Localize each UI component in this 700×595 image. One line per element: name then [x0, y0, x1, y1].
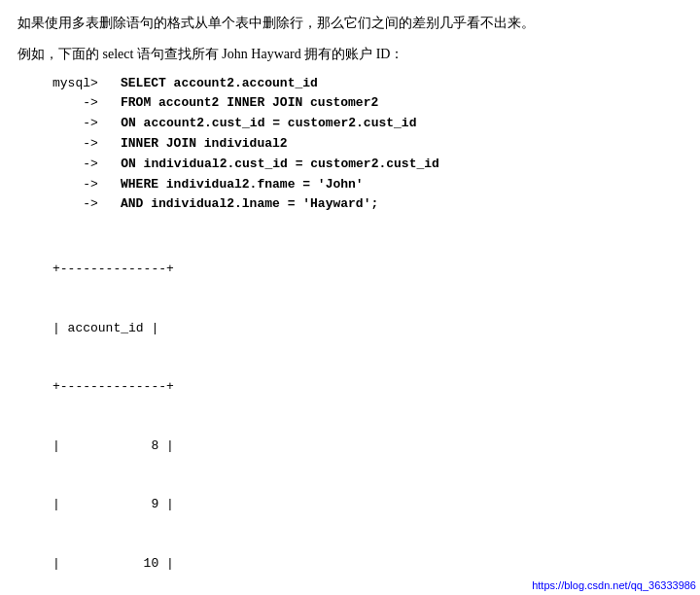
- select-line1: SELECT account2.account_id: [121, 74, 318, 94]
- select-line2-row: -> FROM account2 INNER JOIN customer2: [52, 93, 682, 114]
- select-prompt: mysql>: [52, 74, 121, 94]
- table-border-mid: +--------------+: [52, 377, 682, 397]
- select-line3: ON account2.cust_id = customer2.cust_id: [121, 114, 416, 134]
- select-arrow7: ->: [52, 194, 121, 215]
- watermark-link[interactable]: https://blog.csdn.net/qq_36333986: [532, 579, 696, 591]
- select-line6-row: -> WHERE individual2.fname = 'John': [52, 175, 682, 195]
- select-arrow3: ->: [52, 114, 121, 134]
- select-arrow6: ->: [52, 175, 121, 195]
- select-line4: INNER JOIN individual2: [121, 134, 288, 155]
- select-line6: WHERE individual2.fname = 'John': [121, 175, 364, 195]
- select-line-prompt: mysql> SELECT account2.account_id: [52, 74, 682, 94]
- select-arrow2: ->: [52, 93, 121, 114]
- select-line7: AND individual2.lname = 'Hayward';: [121, 194, 378, 215]
- select-line2: FROM account2 INNER JOIN customer2: [121, 93, 378, 114]
- intro-text-2: 例如，下面的 select 语句查找所有 John Hayward 拥有的账户 …: [18, 47, 403, 61]
- table-header: | account_id |: [52, 319, 682, 338]
- select-line5: ON individual2.cust_id = customer2.cust_…: [121, 155, 439, 175]
- select-line4-row: -> INNER JOIN individual2: [52, 134, 682, 155]
- result-table: +--------------+ | account_id | +-------…: [52, 221, 682, 595]
- intro-paragraph-2: 例如，下面的 select 语句查找所有 John Hayward 拥有的账户 …: [18, 43, 682, 66]
- intro-paragraph-1: 如果使用多表删除语句的格式从单个表中删除行，那么它们之间的差别几乎看不出来。: [18, 12, 682, 35]
- table-row-3: | 10 |: [52, 554, 682, 574]
- select-line3-row: -> ON account2.cust_id = customer2.cust_…: [52, 114, 682, 134]
- table-border-top: +--------------+: [52, 260, 682, 279]
- select-line7-row: -> AND individual2.lname = 'Hayward';: [52, 194, 682, 215]
- select-arrow5: ->: [52, 155, 121, 175]
- select-arrow4: ->: [52, 134, 121, 155]
- table-row-1: | 8 |: [52, 437, 682, 456]
- intro-text-1: 如果使用多表删除语句的格式从单个表中删除行，那么它们之间的差别几乎看不出来。: [18, 16, 535, 30]
- table-row-2: | 9 |: [52, 495, 682, 514]
- select-line5-row: -> ON individual2.cust_id = customer2.cu…: [52, 155, 682, 175]
- select-query-block: mysql> SELECT account2.account_id -> FRO…: [52, 74, 682, 216]
